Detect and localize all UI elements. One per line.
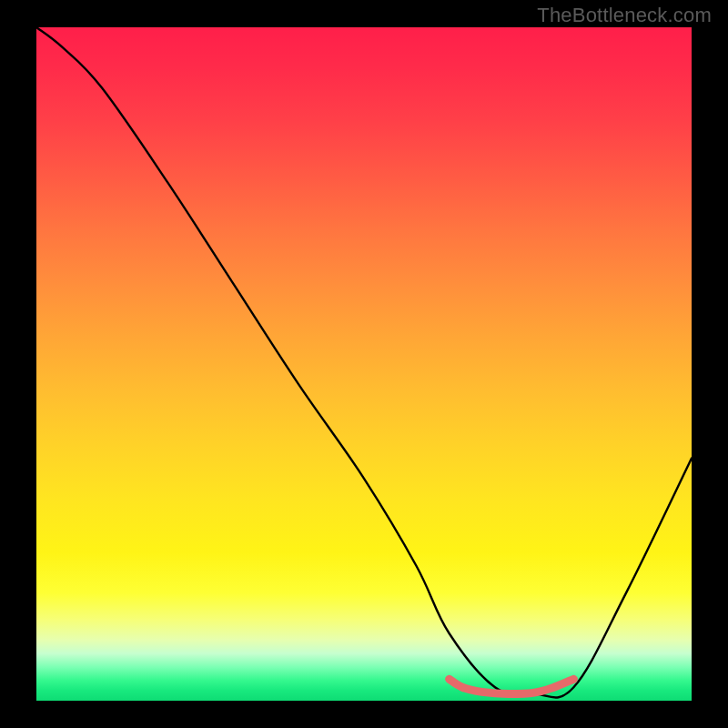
chart-svg xyxy=(36,27,692,701)
valley-highlight xyxy=(450,679,574,693)
watermark-text: TheBottleneck.com xyxy=(537,4,712,27)
plot-area xyxy=(36,27,692,701)
bottleneck-curve xyxy=(36,27,692,698)
chart-frame: TheBottleneck.com xyxy=(0,0,728,728)
